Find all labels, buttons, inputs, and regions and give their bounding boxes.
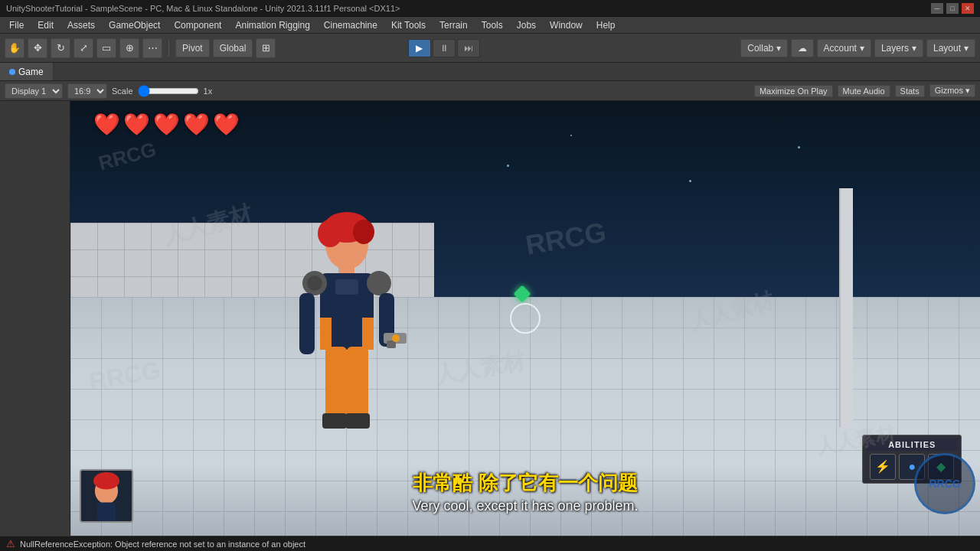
subtitle-chinese: 非常酷 除了它有一个问题 xyxy=(162,470,889,497)
layout-button[interactable]: Layout ▾ xyxy=(926,39,975,57)
menu-bar: File Edit Assets GameObject Component An… xyxy=(0,17,980,34)
cloud-icon: ☁ xyxy=(798,43,807,54)
subtitles: 非常酷 除了它有一个问题 Very cool, except it has on… xyxy=(162,470,889,514)
menu-window[interactable]: Window xyxy=(544,18,589,32)
error-bar: ⚠ NullReferenceException: Object referen… xyxy=(0,536,980,551)
stats-button[interactable]: Stats xyxy=(895,85,925,97)
pillar xyxy=(839,188,853,427)
menu-cinemachine[interactable]: Cinemachine xyxy=(318,18,384,32)
title-bar: UnityShooterTutorial - SampleScene - PC,… xyxy=(0,0,980,17)
window-controls: ─ □ ✕ xyxy=(931,3,974,14)
gizmos-button[interactable]: Gizmos ▾ xyxy=(929,84,975,97)
menu-jobs[interactable]: Jobs xyxy=(511,18,542,32)
svg-rect-18 xyxy=(347,347,368,423)
close-button[interactable]: ✕ xyxy=(962,3,974,14)
svg-rect-24 xyxy=(97,502,116,521)
star-4 xyxy=(570,135,572,136)
account-chevron-icon: ▾ xyxy=(860,43,864,54)
transform-tool-button[interactable]: ⊕ xyxy=(119,38,139,58)
play-button[interactable]: ▶ xyxy=(408,39,431,57)
move-tool-button[interactable]: ✥ xyxy=(28,38,47,58)
subtitle-english: Very cool, except it has one problem. xyxy=(162,498,889,514)
menu-gameobject[interactable]: GameObject xyxy=(103,18,166,32)
layout-label: Layout xyxy=(933,43,961,54)
step-button[interactable]: ⏭ xyxy=(457,39,480,57)
rrcg-watermark: RRCG xyxy=(914,453,975,514)
pivot-button[interactable]: Pivot xyxy=(175,39,210,57)
svg-point-2 xyxy=(318,220,342,247)
svg-rect-6 xyxy=(320,318,332,350)
pivot-label: Pivot xyxy=(182,43,203,54)
heart-3: ❤️ xyxy=(153,112,180,137)
svg-point-23 xyxy=(93,472,119,490)
game-toolbar: Display 1 16:9 Scale 1x Maximize On Play… xyxy=(0,81,980,101)
account-button[interactable]: Account ▾ xyxy=(817,39,871,57)
abilities-title: ABILITIES xyxy=(866,439,958,451)
character-portrait xyxy=(80,469,133,523)
snap-button[interactable]: ⊞ xyxy=(256,38,276,58)
star-2 xyxy=(689,180,691,182)
layers-button[interactable]: Layers ▾ xyxy=(874,39,923,57)
menu-assets[interactable]: Assets xyxy=(61,18,101,32)
menu-kit-tools[interactable]: Kit Tools xyxy=(385,18,432,32)
menu-help[interactable]: Help xyxy=(590,18,622,32)
menu-file[interactable]: File xyxy=(3,18,30,32)
scale-slider[interactable] xyxy=(138,85,199,97)
layout-chevron-icon: ▾ xyxy=(964,43,969,54)
svg-rect-7 xyxy=(362,318,374,350)
svg-rect-12 xyxy=(299,293,315,354)
cloud-button[interactable]: ☁ xyxy=(791,39,814,57)
rrcg-circle-text: RRCG xyxy=(929,478,960,490)
error-text: NullReferenceException: Object reference… xyxy=(20,540,305,549)
svg-point-16 xyxy=(392,334,400,342)
aspect-select[interactable]: 16:9 xyxy=(67,83,107,99)
display-select[interactable]: Display 1 xyxy=(5,83,63,99)
scale-tool-button[interactable]: ⤢ xyxy=(74,38,93,58)
heart-4: ❤️ xyxy=(183,112,210,137)
svg-rect-20 xyxy=(345,413,370,429)
maximize-on-play-button[interactable]: Maximize On Play xyxy=(754,85,833,97)
menu-terrain[interactable]: Terrain xyxy=(433,18,474,32)
menu-tools[interactable]: Tools xyxy=(475,18,509,32)
maximize-button[interactable]: □ xyxy=(946,3,959,14)
game-viewport[interactable]: ❤️ ❤️ ❤️ ❤️ ❤️ ABILITIES ⚡ ● ◆ xyxy=(70,101,980,536)
svg-rect-17 xyxy=(325,347,347,423)
heart-2: ❤️ xyxy=(123,112,150,137)
minimize-button[interactable]: ─ xyxy=(931,3,943,14)
svg-rect-8 xyxy=(335,279,358,295)
svg-point-10 xyxy=(307,276,322,291)
menu-edit[interactable]: Edit xyxy=(31,18,60,32)
svg-point-11 xyxy=(367,271,391,295)
rect-tool-button[interactable]: ▭ xyxy=(96,38,116,58)
game-tab[interactable]: Game xyxy=(0,63,54,80)
game-tab-label: Game xyxy=(18,67,44,77)
hearts-hud: ❤️ ❤️ ❤️ ❤️ ❤️ xyxy=(93,112,240,137)
menu-animation-rigging[interactable]: Animation Rigging xyxy=(229,18,315,32)
title-text: UnityShooterTutorial - SampleScene - PC,… xyxy=(6,4,400,13)
svg-rect-19 xyxy=(322,413,347,429)
star-1 xyxy=(507,165,509,167)
error-icon: ⚠ xyxy=(6,538,15,549)
left-panel xyxy=(0,101,70,536)
heart-5: ❤️ xyxy=(213,112,240,137)
collab-button[interactable]: Collab ▾ xyxy=(740,39,787,57)
crosshair xyxy=(510,303,541,334)
viewport-container[interactable]: ❤️ ❤️ ❤️ ❤️ ❤️ ABILITIES ⚡ ● ◆ xyxy=(70,101,980,536)
pause-button[interactable]: ⏸ xyxy=(433,39,456,57)
game-toolbar-right: Maximize On Play Mute Audio Stats Gizmos… xyxy=(754,84,975,97)
global-button[interactable]: Global xyxy=(213,39,253,57)
play-controls: ▶ ⏸ ⏭ xyxy=(408,39,480,57)
portrait-svg xyxy=(81,469,132,523)
toolbar: ✋ ✥ ↻ ⤢ ▭ ⊕ ⋯ Pivot Global ⊞ ▶ ⏸ ⏭ Colla… xyxy=(0,34,980,63)
toolbar-separator-1 xyxy=(168,40,169,57)
tab-bar: Game xyxy=(0,63,980,81)
heart-1: ❤️ xyxy=(93,112,120,137)
right-toolbar: Collab ▾ ☁ Account ▾ Layers ▾ Layout ▾ xyxy=(740,39,975,57)
layers-label: Layers xyxy=(881,43,909,54)
hand-tool-button[interactable]: ✋ xyxy=(5,38,24,58)
mute-audio-button[interactable]: Mute Audio xyxy=(838,85,890,97)
custom-tool-button[interactable]: ⋯ xyxy=(142,38,162,58)
rotate-tool-button[interactable]: ↻ xyxy=(51,38,70,58)
menu-component[interactable]: Component xyxy=(168,18,227,32)
game-tab-indicator xyxy=(9,69,15,75)
